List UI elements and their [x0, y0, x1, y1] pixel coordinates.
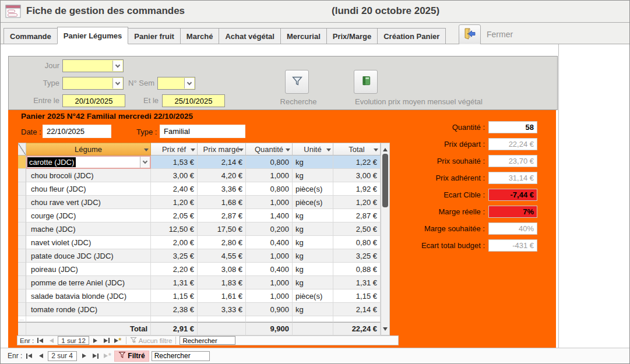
cell-legume[interactable]: chou brocoli (JDC): [26, 169, 151, 182]
last-record-button[interactable]: [102, 337, 111, 344]
record-position[interactable]: 1 sur 12: [58, 336, 89, 345]
cell-total[interactable]: 0,88 €: [333, 263, 381, 276]
jour-combobox[interactable]: [62, 59, 124, 72]
chevron-down-icon[interactable]: [140, 157, 150, 168]
cell-quantite[interactable]: 0,800: [246, 156, 293, 169]
cell-total[interactable]: 1,31 €: [333, 276, 381, 289]
filter-arrow-icon[interactable]: [191, 149, 195, 154]
cell-quantite[interactable]: 1,400: [246, 209, 293, 222]
cell-legume[interactable]: courge (JDC): [26, 209, 151, 222]
cell-prix-marge[interactable]: 2,80 €: [198, 236, 246, 249]
next-record-button[interactable]: [79, 352, 89, 360]
cell-prix-marge[interactable]: 2,87 €: [198, 209, 246, 222]
cell-unite[interactable]: pièce(s): [293, 182, 333, 196]
cell-legume[interactable]: poireau (JDC): [26, 263, 151, 276]
select-all-cell[interactable]: [18, 143, 26, 156]
search-button[interactable]: [285, 70, 309, 94]
chevron-down-icon[interactable]: [112, 61, 122, 71]
cell-prix-ref[interactable]: 1,20 €: [151, 196, 198, 209]
record-position[interactable]: 2 sur 4: [48, 351, 77, 361]
cell-legume[interactable]: chou rave vert (JDC): [26, 196, 151, 209]
cell-legume[interactable]: mache (JDC): [26, 222, 151, 236]
cell-unite[interactable]: kg: [293, 249, 333, 263]
cell-quantite[interactable]: 0,800: [246, 182, 293, 196]
summary-value[interactable]: 7%: [488, 206, 537, 218]
table-row[interactable]: salade batavia blonde (JDC) 1,15 € 1,61 …: [18, 289, 390, 303]
cell-prix-ref[interactable]: 3,25 €: [151, 249, 198, 263]
cell-prix-ref[interactable]: 2,40 €: [151, 182, 198, 196]
row-selector[interactable]: [18, 263, 26, 276]
cell-prix-ref[interactable]: 2,05 €: [151, 209, 198, 222]
date-from-field[interactable]: 20/10/2025: [62, 94, 125, 107]
evolution-button[interactable]: [354, 70, 378, 94]
cell-quantite[interactable]: 0,400: [246, 236, 293, 249]
cell-prix-marge[interactable]: 3,36 €: [198, 182, 246, 196]
summary-value[interactable]: -7,44 €: [488, 189, 537, 201]
column-header[interactable]: Unité: [293, 143, 333, 156]
cell-prix-marge[interactable]: 1,68 €: [198, 196, 246, 209]
row-selector[interactable]: [18, 289, 26, 303]
cell-prix-marge[interactable]: 3,08 €: [198, 263, 246, 276]
close-form-button[interactable]: [459, 24, 481, 45]
first-record-button[interactable]: [24, 352, 34, 360]
cell-legume[interactable]: patate douce JDC (JDC): [26, 249, 151, 263]
cell-prix-marge[interactable]: 17,50 €: [198, 222, 246, 236]
cell-unite[interactable]: kg: [293, 222, 333, 236]
cell-legume[interactable]: chou fleur (JDC): [26, 182, 151, 196]
summary-value[interactable]: 40%: [488, 222, 537, 235]
table-row[interactable]: pomme de terre Aniel (JDC) 1,31 € 1,83 €…: [18, 276, 390, 289]
cell-prix-ref[interactable]: 2,20 €: [151, 263, 198, 276]
chevron-down-icon[interactable]: [184, 78, 194, 89]
filtered-toggle[interactable]: Filtré: [114, 351, 149, 362]
tab[interactable]: Prix/Marge: [326, 28, 378, 44]
row-selector[interactable]: [18, 196, 26, 209]
cell-prix-ref[interactable]: 3,00 €: [151, 169, 198, 182]
row-selector[interactable]: [18, 156, 26, 169]
panier-type-field[interactable]: Familial: [160, 125, 245, 138]
row-selector[interactable]: [18, 182, 26, 196]
tab[interactable]: Création Panier: [377, 28, 446, 44]
new-record-button[interactable]: *: [113, 337, 122, 344]
summary-value[interactable]: 22,24 €: [488, 138, 537, 150]
cell-legume[interactable]: carotte (JDC): [26, 156, 151, 169]
table-row[interactable]: tomate ronde (JDC) 2,38 € 3,33 € 0,900 k…: [18, 303, 390, 316]
filter-arrow-icon[interactable]: [144, 149, 149, 154]
row-selector[interactable]: [18, 236, 26, 249]
cell-legume[interactable]: tomate ronde (JDC): [26, 303, 151, 316]
form-search-input[interactable]: Rechercher: [152, 351, 210, 361]
cell-quantite[interactable]: 0,200: [246, 222, 293, 236]
cell-unite[interactable]: kg: [293, 209, 333, 222]
summary-value[interactable]: -431 €: [488, 239, 537, 252]
new-record-button[interactable]: *: [103, 352, 112, 360]
cell-quantite[interactable]: 1,000: [246, 169, 293, 182]
cell-prix-ref[interactable]: 2,38 €: [151, 303, 198, 316]
cell-prix-marge[interactable]: 4,20 €: [198, 169, 246, 182]
cell-quantite[interactable]: 0,900: [246, 303, 293, 316]
cell-prix-ref[interactable]: 12,50 €: [151, 222, 198, 236]
tab[interactable]: Marché: [180, 28, 220, 44]
cell-unite[interactable]: kg: [293, 236, 333, 249]
cell-unite[interactable]: kg: [293, 156, 333, 169]
date-to-field[interactable]: 25/10/2025: [162, 94, 225, 107]
next-record-button[interactable]: [91, 337, 100, 344]
last-record-button[interactable]: [91, 352, 100, 360]
cell-quantite[interactable]: 1,000: [246, 249, 293, 263]
cell-prix-marge[interactable]: 1,61 €: [198, 289, 246, 303]
summary-value[interactable]: 23,70 €: [488, 155, 537, 167]
cell-unite[interactable]: pièce(s): [293, 289, 333, 303]
row-selector[interactable]: [18, 209, 26, 222]
column-header[interactable]: Prix réf: [151, 143, 198, 156]
row-selector[interactable]: [18, 276, 26, 289]
cell-quantite[interactable]: 1,000: [246, 289, 293, 303]
new-record-row[interactable]: …: [18, 316, 390, 322]
row-selector[interactable]: [18, 222, 26, 236]
no-filter-toggle[interactable]: Aucun filtre: [130, 337, 173, 345]
cell-unite[interactable]: pièce(s): [293, 196, 333, 209]
column-header[interactable]: Légume: [26, 143, 151, 156]
cell-legume[interactable]: navet violet (JDC): [26, 236, 151, 249]
tab[interactable]: Panier Légumes: [57, 27, 128, 44]
cell-unite[interactable]: kg: [293, 263, 333, 276]
cell-prix-ref[interactable]: 1,53 €: [151, 156, 198, 169]
cell-total[interactable]: 2,14 €: [333, 303, 381, 316]
tab[interactable]: Commande: [3, 28, 58, 44]
